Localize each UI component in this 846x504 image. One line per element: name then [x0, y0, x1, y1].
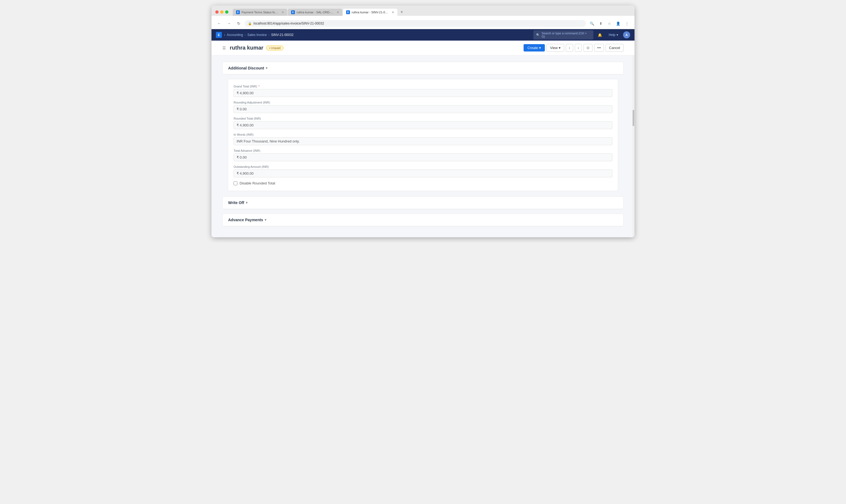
- breadcrumb-sales-invoice[interactable]: Sales Invoice: [247, 33, 267, 37]
- write-off-section: Write Off ▾: [223, 196, 623, 209]
- download-icon[interactable]: ⬆: [597, 20, 604, 27]
- grand-total-label: Grand Total (INR) *: [233, 85, 613, 88]
- app-container: E › Accounting › Sales Invoice › SINV-21…: [211, 29, 635, 237]
- tab-close-2[interactable]: ✕: [337, 11, 339, 14]
- advance-payments-title: Advance Payments: [228, 218, 263, 222]
- in-words-input: [233, 137, 613, 145]
- app-logo: E: [216, 32, 222, 38]
- advance-payments-header[interactable]: Advance Payments ▾: [223, 214, 623, 226]
- hamburger-icon[interactable]: ☰: [223, 46, 226, 50]
- write-off-title: Write Off: [228, 200, 244, 205]
- help-label: Help: [609, 33, 615, 37]
- disable-rounded-total-label: Disable Rounded Total: [240, 181, 275, 185]
- view-label: View: [550, 46, 558, 50]
- additional-discount-header[interactable]: Additional Discount ▾: [223, 62, 623, 74]
- browser-tab-1[interactable]: E Payment Terms Status for Sale ✕: [233, 9, 287, 16]
- in-words-row: In Words (INR): [233, 133, 613, 145]
- profile-icon[interactable]: 👤: [614, 20, 622, 27]
- browser-tab-3[interactable]: E ruthra kumar - SINV-21-00032 ✕: [343, 9, 398, 16]
- additional-discount-section: Additional Discount ▾: [223, 62, 623, 75]
- topbar-right: 🔍 Search or type a command (Ctrl + G) 🔔 …: [533, 30, 630, 39]
- scrollbar-thumb[interactable]: [633, 110, 634, 126]
- page-header: ☰ ruthra kumar • Unpaid Create ▾ View ▾ …: [211, 41, 635, 55]
- cancel-button[interactable]: Cancel: [605, 44, 623, 52]
- app-topbar: E › Accounting › Sales Invoice › SINV-21…: [211, 29, 635, 41]
- breadcrumb-sep-0: ›: [224, 33, 225, 37]
- menu-icon[interactable]: ⋮: [623, 20, 631, 27]
- outstanding-amount-row: Outstanding Amount (INR): [233, 165, 613, 177]
- write-off-header[interactable]: Write Off ▾: [223, 197, 623, 209]
- disable-rounded-total-checkbox[interactable]: [233, 181, 237, 185]
- advance-payments-chevron-icon: ▾: [265, 218, 266, 222]
- notification-button[interactable]: 🔔: [596, 31, 604, 39]
- nav-prev-button[interactable]: ‹: [566, 44, 573, 52]
- help-chevron-icon: ▾: [617, 33, 618, 37]
- breadcrumb-current: SINV-21-00032: [271, 33, 294, 37]
- tab-close-3[interactable]: ✕: [392, 11, 394, 14]
- create-chevron-icon: ▾: [539, 46, 541, 50]
- create-button[interactable]: Create ▾: [524, 44, 545, 52]
- breadcrumb-accounting[interactable]: Accounting: [227, 33, 243, 37]
- zoom-icon[interactable]: 🔍: [588, 20, 596, 27]
- search-bar[interactable]: 🔍 Search or type a command (Ctrl + G): [533, 30, 593, 39]
- rounding-adjustment-row: Rounding Adjustment (INR): [233, 101, 613, 113]
- rounding-adjustment-label: Rounding Adjustment (INR): [233, 101, 613, 104]
- tab-icon-2: E: [291, 10, 295, 14]
- disable-rounded-total-row: Disable Rounded Total: [233, 181, 613, 185]
- avatar[interactable]: A: [623, 31, 630, 38]
- create-label: Create: [527, 46, 538, 50]
- traffic-light-green[interactable]: [225, 10, 228, 14]
- view-button[interactable]: View ▾: [546, 44, 564, 52]
- breadcrumb-sep-2: ›: [268, 33, 269, 37]
- total-advance-row: Total Advance (INR): [233, 149, 613, 161]
- breadcrumb: › Accounting › Sales Invoice › SINV-21-0…: [224, 33, 294, 37]
- tab-icon-1: E: [236, 10, 240, 14]
- bookmark-icon[interactable]: ☆: [605, 20, 613, 27]
- status-badge: • Unpaid: [266, 46, 283, 50]
- lock-icon: 🔒: [248, 22, 252, 25]
- new-tab-button[interactable]: +: [398, 8, 406, 16]
- header-actions: Create ▾ View ▾ ‹ › ⊙ ••• Cancel: [524, 44, 623, 52]
- back-button[interactable]: ←: [215, 20, 223, 27]
- search-placeholder: Search or type a command (Ctrl + G): [542, 32, 591, 38]
- print-button[interactable]: ⊙: [583, 44, 593, 52]
- additional-discount-chevron-icon: ▾: [266, 66, 267, 70]
- page-title-area: ☰ ruthra kumar • Unpaid: [223, 45, 283, 51]
- reload-button[interactable]: ↻: [235, 20, 243, 27]
- avatar-label: A: [625, 33, 628, 36]
- browser-toolbar: ← → ↻ 🔒 localhost:8014/app/sales-invoice…: [211, 18, 635, 29]
- page-title: ruthra kumar: [230, 45, 263, 51]
- rounding-adjustment-input: [233, 105, 613, 113]
- address-text: localhost:8014/app/sales-invoice/SINV-21…: [253, 21, 324, 25]
- scrollbar-track[interactable]: [632, 55, 635, 237]
- help-button[interactable]: Help ▾: [606, 32, 620, 38]
- browser-tab-2[interactable]: E ruthra kumar - SAL-ORD-202… ✕: [288, 9, 342, 16]
- traffic-light-red[interactable]: [215, 10, 218, 14]
- rounded-total-row: Rounded Total (INR): [233, 117, 613, 129]
- write-off-chevron-icon: ▾: [246, 201, 247, 204]
- more-button[interactable]: •••: [594, 44, 604, 52]
- totals-form-section: Grand Total (INR) * Rounding Adjustment …: [228, 79, 618, 191]
- traffic-light-yellow[interactable]: [220, 10, 224, 14]
- tab-close-1[interactable]: ✕: [282, 11, 284, 14]
- search-icon: 🔍: [536, 33, 540, 37]
- tab-icon-3: E: [346, 10, 350, 14]
- additional-discount-title: Additional Discount: [228, 66, 264, 70]
- total-advance-input: [233, 154, 613, 161]
- rounded-total-input: [233, 121, 613, 129]
- grand-total-required: *: [258, 85, 260, 88]
- advance-payments-section: Advance Payments ▾: [223, 214, 623, 227]
- tab-label-1: Payment Terms Status for Sale: [242, 11, 279, 14]
- tab-label-2: ruthra kumar - SAL-ORD-202…: [297, 11, 334, 14]
- address-bar[interactable]: 🔒 localhost:8014/app/sales-invoice/SINV-…: [245, 20, 586, 27]
- page-content: Additional Discount ▾ Grand Total (INR) …: [211, 55, 635, 237]
- grand-total-input: [233, 89, 613, 97]
- browser-actions: 🔍 ⬆ ☆ 👤 ⋮: [588, 20, 631, 27]
- total-advance-label: Total Advance (INR): [233, 149, 613, 152]
- view-chevron-icon: ▾: [559, 46, 561, 50]
- tab-label-3: ruthra kumar - SINV-21-00032: [352, 11, 389, 14]
- outstanding-amount-label: Outstanding Amount (INR): [233, 165, 613, 168]
- forward-button[interactable]: →: [225, 20, 233, 27]
- cancel-label: Cancel: [609, 46, 620, 50]
- nav-next-button[interactable]: ›: [575, 44, 582, 52]
